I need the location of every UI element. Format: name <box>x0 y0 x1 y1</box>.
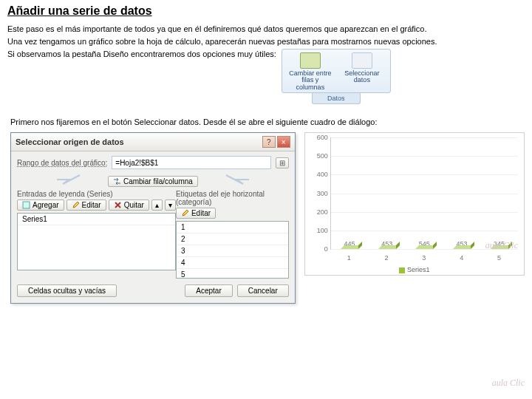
dialog-titlebar: Seleccionar origen de datos ? × <box>11 133 295 151</box>
watermark: aula Clic <box>485 240 518 251</box>
ribbon-select-data-button[interactable]: Seleccionar datos <box>340 52 384 91</box>
select-data-source-dialog: Seleccionar origen de datos ? × Rango de… <box>10 132 296 304</box>
chart-legend: Series1 <box>305 266 524 273</box>
y-tick: 600 <box>317 134 331 141</box>
arrow-right-icon <box>200 174 252 185</box>
categories-heading: Etiquetas del eje horizontal (categoría) <box>176 190 289 206</box>
help-icon[interactable]: ? <box>262 136 276 148</box>
y-tick: 500 <box>317 152 331 160</box>
intro-line-3: Si observamos la pestaña Diseño encontra… <box>7 49 525 104</box>
ok-button[interactable]: Aceptar <box>185 284 232 297</box>
list-item[interactable]: 3 <box>177 245 288 257</box>
edit-icon <box>181 209 189 217</box>
list-item[interactable]: Series1 <box>18 214 175 225</box>
list-item[interactable]: 5 <box>177 269 288 279</box>
bar-chart: 0100200300400500600445453545453345 12345… <box>304 132 525 276</box>
edit-series-button[interactable]: Editar <box>66 200 106 211</box>
range-picker-icon[interactable]: ⊞ <box>276 157 289 168</box>
intro-line-1: Este paso es el más importante de todos … <box>7 24 525 35</box>
intro-line-2: Una vez tengamos un gráfico sobre la hoj… <box>7 36 525 47</box>
x-tick: 2 <box>385 254 389 262</box>
edit-icon <box>72 201 80 209</box>
swap-icon <box>113 177 121 185</box>
select-data-icon <box>352 52 372 69</box>
move-up-button[interactable]: ▴ <box>151 200 163 211</box>
legend-swatch-icon <box>399 267 405 273</box>
arrow-left-icon <box>54 174 106 185</box>
cancel-button[interactable]: Cancelar <box>237 284 289 297</box>
x-tick: 3 <box>422 254 426 262</box>
ribbon-switch-row-col-button[interactable]: Cambiar entre filas y columnas <box>288 52 332 91</box>
x-tick: 5 <box>497 254 501 262</box>
range-label: Rango de datos del gráfico: <box>17 159 107 167</box>
ribbon-group-label: Datos <box>312 93 361 104</box>
x-tick: 1 <box>347 254 351 262</box>
y-tick: 300 <box>317 190 331 197</box>
remove-icon <box>114 201 122 209</box>
series-listbox[interactable]: Series1 <box>17 213 176 270</box>
y-tick: 400 <box>317 171 331 178</box>
y-tick: 200 <box>317 208 331 216</box>
hidden-cells-button[interactable]: Celdas ocultas y vacías <box>17 284 117 297</box>
categories-listbox[interactable]: 1 2 3 4 5 <box>176 221 289 279</box>
remove-series-button[interactable]: Quitar <box>109 200 149 211</box>
edit-categories-button[interactable]: Editar <box>176 208 216 219</box>
select-data-paragraph: Primero nos fijaremos en el botón Selecc… <box>10 117 525 126</box>
list-item[interactable]: 1 <box>177 222 288 233</box>
x-tick: 4 <box>460 254 463 262</box>
y-tick: 100 <box>317 227 331 234</box>
list-item[interactable]: 4 <box>177 257 288 269</box>
switch-row-col-icon <box>300 52 321 69</box>
add-series-button[interactable]: Agregar <box>17 200 64 211</box>
move-down-button[interactable]: ▾ <box>165 200 176 211</box>
y-tick: 0 <box>324 245 331 253</box>
chart-range-input[interactable] <box>112 156 270 169</box>
switch-row-col-button[interactable]: Cambiar fila/columna <box>108 176 198 187</box>
dialog-title-text: Seleccionar origen de datos <box>16 137 258 146</box>
close-icon[interactable]: × <box>277 136 290 148</box>
series-heading: Entradas de leyenda (Series) <box>17 190 176 198</box>
page-title: Añadir una serie de datos <box>7 4 525 18</box>
ribbon-group-datos: Cambiar entre filas y columnas Seleccion… <box>282 49 391 93</box>
add-icon <box>22 201 30 209</box>
list-item[interactable]: 2 <box>177 233 288 245</box>
svg-rect-0 <box>23 202 30 208</box>
